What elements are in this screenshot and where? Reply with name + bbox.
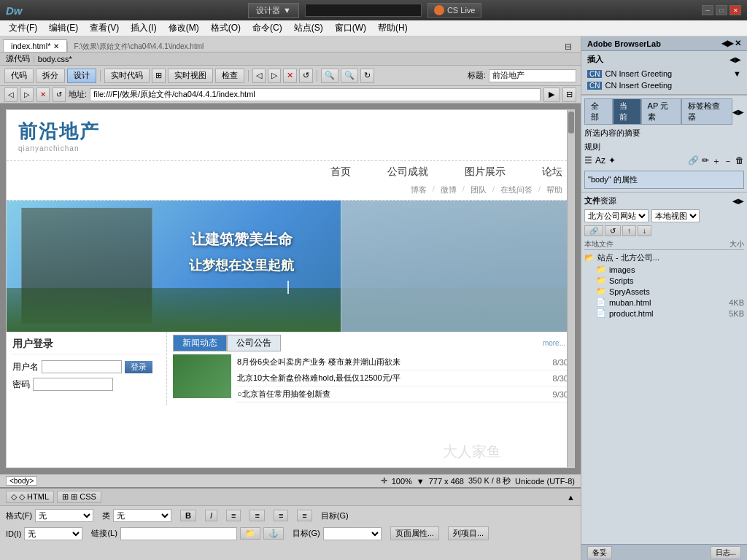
nav-forum[interactable]: 论坛 — [542, 166, 562, 179]
username-input[interactable] — [42, 360, 122, 373]
css-tab-current[interactable]: 当前 — [613, 98, 641, 125]
ap-elements-tab[interactable]: AP 元素 — [641, 98, 681, 125]
log-button[interactable]: 日志... — [711, 546, 741, 559]
menu-file[interactable]: 文件(F) — [3, 20, 43, 36]
link-anchor[interactable]: ⚓ — [263, 527, 284, 540]
addr-go[interactable]: ▶ — [543, 88, 560, 102]
list-button[interactable]: 列项目... — [448, 526, 489, 540]
zoom-select[interactable]: ▼ — [417, 477, 425, 486]
login-button[interactable]: 登录 — [125, 361, 152, 373]
refresh2[interactable]: ↻ — [360, 69, 374, 83]
realtime-code-icon[interactable]: ⊞ — [152, 69, 166, 83]
menu-command[interactable]: 命令(C) — [247, 20, 288, 36]
close-button[interactable]: ✕ — [729, 5, 741, 15]
site-root-item[interactable]: 📂 站点 - 北方公司... — [584, 252, 744, 264]
minimize-button[interactable]: ─ — [702, 5, 713, 15]
refresh-button[interactable]: ↺ — [299, 69, 313, 83]
pencil-icon[interactable]: ✏ — [702, 155, 709, 168]
nav-gallery[interactable]: 图片展示 — [465, 166, 506, 179]
nav-weibo[interactable]: 微博 — [441, 184, 457, 195]
cn-insert-row1[interactable]: CN CN Insert Greeting ▼ — [587, 68, 741, 79]
connect-button[interactable]: 🔗 — [584, 225, 603, 236]
format-select[interactable]: 无 — [35, 509, 93, 522]
maximize-button[interactable]: □ — [716, 5, 727, 15]
trash-icon[interactable]: 🗑 — [735, 155, 744, 168]
plus-icon[interactable]: ＋ — [712, 155, 721, 168]
css-prop-button[interactable]: ⊞ ⊞ CSS — [57, 491, 101, 503]
design-button[interactable]: 设计 — [67, 69, 96, 83]
news-more[interactable]: more... — [543, 335, 568, 351]
az-icon[interactable]: Az — [595, 155, 605, 168]
link-pick[interactable]: 📁 — [240, 527, 260, 540]
designer-button[interactable]: 设计器 ▼ — [248, 3, 299, 18]
cn-dropdown[interactable]: ▼ — [733, 69, 741, 78]
link-icon[interactable]: 🔗 — [688, 155, 699, 168]
nav-blog[interactable]: 博客 — [411, 184, 427, 195]
css-tab-all[interactable]: 全部 — [584, 98, 613, 125]
nav-team[interactable]: 团队 — [471, 184, 487, 195]
filter-icon[interactable]: ⊟ — [565, 42, 572, 52]
menu-help[interactable]: 帮助(H) — [372, 20, 414, 36]
file-options[interactable]: ◀▶ — [732, 197, 744, 205]
body-css-tab[interactable]: body.css* — [38, 55, 72, 63]
site-select[interactable]: 北方公司网站 — [584, 209, 649, 222]
bold-button[interactable]: B — [180, 510, 196, 521]
align-center[interactable]: ≡ — [249, 510, 264, 521]
realtime-view-button[interactable]: 实时视图 — [168, 69, 213, 83]
menu-view[interactable]: 查看(V) — [84, 20, 125, 36]
backup-button[interactable]: 备妥 — [587, 546, 612, 559]
news-tab-news[interactable]: 新闻动态 — [173, 335, 227, 351]
close-panel[interactable]: ✕ — [735, 39, 741, 48]
panel-options[interactable]: ◀▶ — [729, 55, 741, 63]
title-input[interactable] — [489, 69, 576, 82]
code-button[interactable]: 代码 — [4, 69, 34, 83]
sort-icon[interactable]: ☰ — [584, 155, 592, 168]
addr-forward[interactable]: ▷ — [20, 88, 34, 102]
realtime-code-button[interactable]: 实时代码 — [104, 69, 150, 83]
target-select[interactable] — [323, 527, 382, 540]
star-icon[interactable]: ✦ — [608, 155, 616, 168]
menu-format[interactable]: 格式(O) — [205, 20, 247, 36]
images-folder[interactable]: 📁 images — [584, 264, 744, 275]
view-select[interactable]: 本地视图 — [651, 209, 700, 222]
address-input[interactable] — [90, 88, 541, 101]
addr-stop[interactable]: ✕ — [36, 88, 50, 102]
assets-tab[interactable]: 资源 — [600, 195, 616, 206]
addr-back[interactable]: ◁ — [4, 88, 18, 102]
vertical-scrollbar[interactable] — [567, 110, 574, 467]
menu-insert[interactable]: 插入(I) — [125, 20, 162, 36]
news-item-3[interactable]: ○北京首任常用抽签创新查 9/30 — [237, 386, 568, 402]
split-button[interactable]: 拆分 — [36, 69, 65, 83]
align-justify[interactable]: ≡ — [297, 510, 311, 521]
class-select[interactable]: 无 — [113, 509, 171, 522]
scripts-folder[interactable]: 📁 Scripts — [584, 275, 744, 286]
menu-window[interactable]: 窗口(W) — [329, 20, 372, 36]
nav-faq[interactable]: 在线问答 — [500, 184, 533, 195]
news-item-2[interactable]: 北京10大全新盘价格难hold,最低仅12500元/平 8/30 — [237, 370, 568, 386]
id-select[interactable]: 无 — [24, 527, 82, 540]
page-props-button[interactable]: 页面属性... — [390, 526, 439, 540]
expand-panel[interactable]: ◀▶ — [721, 39, 733, 48]
tab-index-html[interactable]: index.html* ✕ — [3, 39, 67, 52]
tag-inspector-tab[interactable]: 标签检查器 — [681, 98, 732, 125]
news-tab-announce[interactable]: 公司公告 — [227, 335, 281, 351]
file-tab[interactable]: 文件 — [584, 195, 600, 206]
nav-home[interactable]: 首页 — [330, 166, 351, 179]
nav-help[interactable]: 帮助 — [546, 184, 562, 195]
refresh-file-button[interactable]: ↺ — [605, 225, 621, 236]
spry-folder[interactable]: 📁 SpryAssets — [584, 286, 744, 297]
html-prop-button[interactable]: ◇ ◇ HTML — [6, 491, 54, 503]
expand-icon[interactable]: ▲ — [567, 493, 575, 502]
search-input[interactable] — [305, 4, 422, 17]
addr-refresh[interactable]: ↺ — [53, 88, 66, 102]
zoom-in[interactable]: 🔍 — [341, 69, 358, 83]
align-left[interactable]: ≡ — [226, 510, 241, 521]
muban-file[interactable]: 📄 muban.html 4KB — [584, 297, 744, 308]
inspect-button[interactable]: 检查 — [215, 69, 244, 83]
addr-settings[interactable]: ⊟ — [562, 88, 576, 102]
stop-button[interactable]: ✕ — [283, 69, 297, 83]
menu-modify[interactable]: 修改(M) — [163, 20, 205, 36]
italic-button[interactable]: I — [205, 510, 217, 521]
align-right[interactable]: ≡ — [274, 510, 288, 521]
tab-close-icon[interactable]: ✕ — [53, 42, 59, 50]
